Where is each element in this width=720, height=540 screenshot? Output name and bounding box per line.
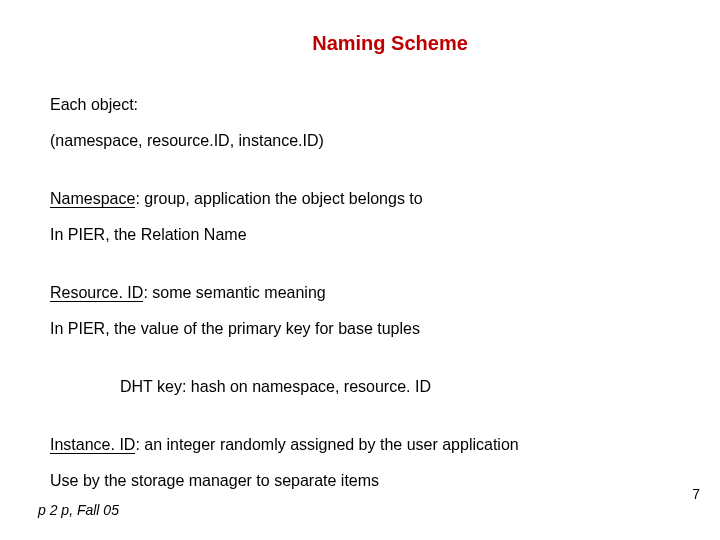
each-object-label: Each object:	[50, 93, 680, 117]
resource-term: Resource. ID	[50, 284, 143, 302]
instance-line: Instance. ID: an integer randomly assign…	[50, 433, 680, 457]
dht-key: DHT key: hash on namespace, resource. ID	[50, 375, 680, 399]
slide-title: Naming Scheme	[100, 32, 680, 55]
page-number: 7	[692, 486, 700, 502]
instance-usage: Use by the storage manager to separate i…	[50, 469, 680, 493]
slide-content: Each object: (namespace, resource.ID, in…	[40, 93, 680, 493]
namespace-desc: : group, application the object belongs …	[135, 190, 422, 207]
footer-text: p 2 p, Fall 05	[38, 502, 119, 518]
instance-desc: : an integer randomly assigned by the us…	[135, 436, 518, 453]
namespace-line: Namespace: group, application the object…	[50, 187, 680, 211]
resource-pier: In PIER, the value of the primary key fo…	[50, 317, 680, 341]
namespace-term: Namespace	[50, 190, 135, 208]
resource-desc: : some semantic meaning	[143, 284, 325, 301]
resource-line: Resource. ID: some semantic meaning	[50, 281, 680, 305]
tuple-format: (namespace, resource.ID, instance.ID)	[50, 129, 680, 153]
namespace-pier: In PIER, the Relation Name	[50, 223, 680, 247]
instance-term: Instance. ID	[50, 436, 135, 454]
